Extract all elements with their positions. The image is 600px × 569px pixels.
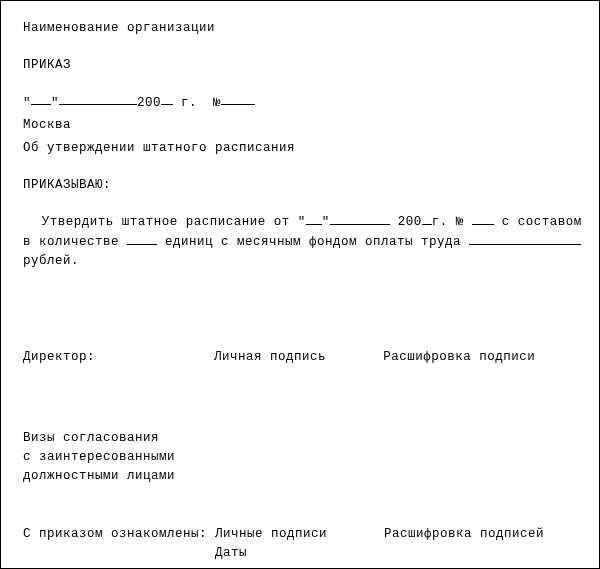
ack-label: С приказом ознакомлены: xyxy=(23,525,207,544)
visa-line-2: с заинтересованными xyxy=(23,448,577,467)
body-line-1: Утвердить штатное расписание от "" 200г.… xyxy=(23,212,577,232)
blank-day2 xyxy=(306,212,322,225)
order-title: ПРИКАЗ xyxy=(23,56,577,75)
ack-right: Расшифровка подписей xyxy=(384,525,577,544)
visa-line-1: Визы согласования xyxy=(23,429,577,448)
visa-block: Визы согласования с заинтересованными до… xyxy=(23,429,577,485)
blank-fund xyxy=(469,232,581,245)
body-text-5: с составом xyxy=(494,215,582,229)
blank-year2 xyxy=(422,212,432,225)
document-page: Наименование организации ПРИКАЗ ""200 г.… xyxy=(0,0,600,569)
quote-close: " xyxy=(51,95,59,109)
blank-year-digit xyxy=(161,93,173,106)
order-body: Утвердить штатное расписание от "" 200г.… xyxy=(23,212,577,270)
body-line-2: в количестве единиц с месячным фондом оп… xyxy=(23,232,577,252)
blank-month xyxy=(59,93,137,106)
body-line2-b: единиц с месячным фондом оплаты труда xyxy=(157,235,469,249)
ack-row: С приказом ознакомлены: Личные подписи Д… xyxy=(23,525,577,563)
body-line2-a: в количестве xyxy=(23,235,127,249)
blank-number xyxy=(221,93,255,106)
body-text-2: " xyxy=(322,215,330,229)
org-name-label: Наименование организации xyxy=(23,19,577,38)
order-lead: ПРИКАЗЫВАЮ: xyxy=(23,176,577,195)
ack-mid-line2: Даты xyxy=(215,544,376,563)
body-line-3: рублей. xyxy=(23,252,577,271)
number-sign: № xyxy=(213,95,221,109)
visa-line-3: должностными лицами xyxy=(23,467,577,486)
year-prefix: 200 xyxy=(137,95,161,109)
quote-open: " xyxy=(23,95,31,109)
body-text-3: 200 xyxy=(390,215,422,229)
signature-decipher: Расшифровка подписи xyxy=(383,348,577,367)
blank-qty xyxy=(127,232,157,245)
year-suffix: г. xyxy=(181,95,197,109)
date-number-line: ""200 г. № xyxy=(23,93,577,113)
blank-month2 xyxy=(330,212,390,225)
director-sign-row: Директор: Личная подпись Расшифровка под… xyxy=(23,348,577,367)
body-text-4: г. № xyxy=(432,215,472,229)
signature-label: Личная подпись xyxy=(214,348,375,367)
director-label: Директор: xyxy=(23,348,206,367)
subject: Об утверждении штатного расписания xyxy=(23,139,577,158)
body-text-1: Утвердить штатное расписание от " xyxy=(42,215,306,229)
ack-mid: Личные подписи Даты xyxy=(215,525,376,563)
city: Москва xyxy=(23,116,577,135)
blank-day xyxy=(31,93,51,106)
blank-number2 xyxy=(472,212,494,225)
ack-mid-line1: Личные подписи xyxy=(215,525,376,544)
